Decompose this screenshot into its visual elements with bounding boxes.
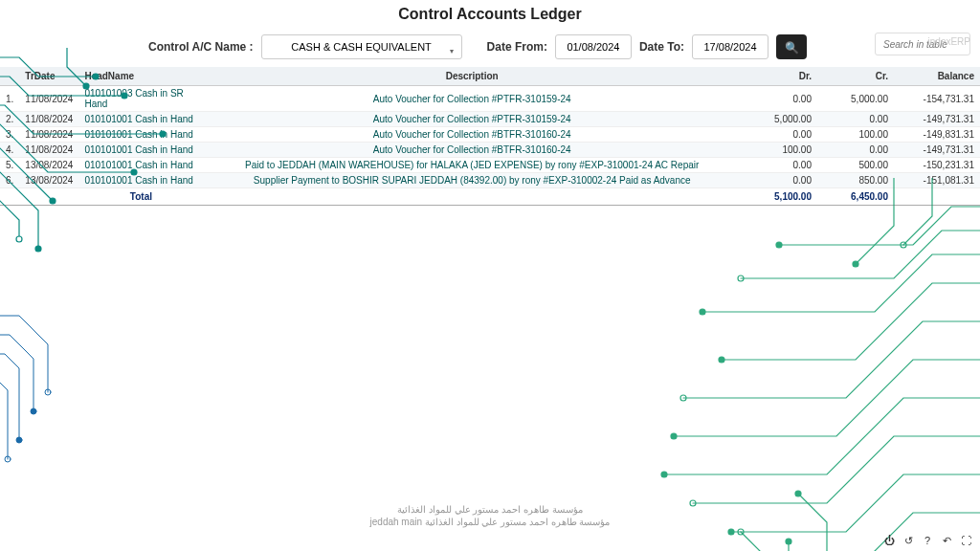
svg-point-26	[738, 529, 744, 535]
svg-point-17	[671, 433, 677, 439]
desc-link[interactable]: Auto Voucher for Collection #PTFR-310159…	[373, 114, 571, 124]
row-cr: 100.00	[817, 127, 894, 143]
svg-point-6	[16, 236, 22, 242]
row-description: Auto Voucher for Collection #PTFR-310159…	[203, 86, 741, 112]
date-to-input[interactable]	[692, 34, 768, 59]
table-row: 5.13/08/2024010101001 Cash in HandPaid t…	[0, 158, 980, 173]
row-balance: -149,731.31	[894, 143, 980, 158]
search-icon: 🔍	[785, 41, 799, 55]
desc-link[interactable]: Paid to JEDDAH (MAIN WAREHOUSE) for HALA…	[245, 160, 699, 170]
row-cr: 5,000.00	[817, 86, 894, 112]
row-headname: 010101001 Cash in Hand	[78, 112, 203, 127]
row-date: 11/08/2024	[19, 143, 78, 158]
col-cr[interactable]: Cr.	[817, 67, 894, 86]
row-headname: 010101001 Cash in Hand	[78, 158, 203, 173]
page-title: Control Accounts Ledger	[0, 0, 980, 33]
date-from-input[interactable]	[555, 34, 632, 59]
power-icon[interactable]: ⏻	[882, 534, 896, 547]
row-cr: 0.00	[817, 143, 894, 158]
table-row: 3.11/08/2024010101001 Cash in HandAuto V…	[0, 127, 980, 143]
fullscreen-icon[interactable]: ⛶	[959, 534, 972, 547]
row-date: 13/08/2024	[19, 173, 78, 188]
row-index: 3.	[0, 127, 19, 143]
svg-point-11	[5, 456, 11, 462]
control-ac-label: Control A/C Name :	[148, 40, 254, 54]
col-trdate[interactable]: TrDate	[19, 67, 78, 86]
svg-point-14	[700, 309, 705, 315]
row-index: 4.	[0, 143, 19, 158]
table-row: 1.11/08/2024010101003 Cash in SR HandAut…	[0, 86, 980, 112]
refresh-icon[interactable]: ↺	[902, 534, 915, 547]
svg-point-12	[776, 242, 782, 248]
row-balance: -149,731.31	[894, 112, 980, 127]
col-dr[interactable]: Dr.	[741, 67, 817, 86]
search-button[interactable]: 🔍	[776, 34, 807, 59]
head-link[interactable]: 010101003 Cash in SR Hand	[84, 88, 183, 109]
date-to-label: Date To:	[639, 40, 684, 54]
table-row: 6.13/08/2024010101001 Cash in HandSuppli…	[0, 173, 980, 188]
row-index: 5.	[0, 158, 19, 173]
svg-point-10	[16, 437, 22, 443]
col-headname[interactable]: HeadName	[78, 67, 203, 86]
svg-point-25	[786, 539, 791, 544]
col-balance[interactable]: Balance	[894, 67, 980, 86]
desc-link[interactable]: Auto Voucher for Collection #BTFR-310160…	[373, 144, 571, 155]
date-from-label: Date From:	[487, 40, 547, 54]
row-dr: 5,000.00	[741, 112, 817, 127]
footer-text: مؤسسة طاهره احمد مستور علي للمواد الغذائ…	[370, 503, 611, 528]
row-index: 6.	[0, 173, 19, 188]
head-link[interactable]: 010101001 Cash in Hand	[84, 160, 192, 170]
filter-bar: Control A/C Name : CASH & CASH EQUIVALEN…	[0, 33, 980, 67]
row-description: Auto Voucher for Collection #PTFR-310159…	[203, 112, 741, 127]
table-row: 4.11/08/2024010101001 Cash in HandAuto V…	[0, 143, 980, 158]
row-description: Supplier Payment to BOSHIR SUPARI JEDDAH…	[203, 173, 741, 188]
svg-point-15	[719, 357, 724, 363]
row-cr: 500.00	[817, 158, 894, 173]
svg-point-24	[795, 491, 801, 496]
back-icon[interactable]: ↶	[940, 534, 953, 547]
control-ac-select[interactable]: CASH & CASH EQUIVALENT	[261, 34, 462, 59]
total-cr: 6,450.00	[817, 188, 894, 206]
head-link[interactable]: 010101001 Cash in Hand	[84, 114, 192, 124]
svg-point-22	[853, 261, 858, 267]
desc-link[interactable]: Auto Voucher for Collection #BTFR-310160…	[373, 129, 571, 140]
col-description[interactable]: Description	[203, 67, 741, 86]
row-dr: 100.00	[741, 143, 817, 158]
row-dr: 0.00	[741, 173, 817, 188]
svg-point-18	[661, 472, 667, 477]
row-dr: 0.00	[741, 158, 817, 173]
total-dr: 5,100.00	[741, 188, 817, 206]
table-row: 2.11/08/2024010101001 Cash in HandAuto V…	[0, 112, 980, 127]
total-label: Total	[78, 188, 203, 206]
head-link[interactable]: 010101001 Cash in Hand	[84, 129, 192, 140]
row-balance: -151,081.31	[894, 173, 980, 188]
row-headname: 010101001 Cash in Hand	[78, 173, 203, 188]
row-balance: -149,831.31	[894, 127, 980, 143]
row-balance: -150,231.31	[894, 158, 980, 173]
svg-point-8	[45, 389, 51, 395]
row-date: 11/08/2024	[19, 112, 78, 127]
head-link[interactable]: 010101001 Cash in Hand	[84, 175, 192, 186]
row-headname: 010101001 Cash in Hand	[78, 143, 203, 158]
row-date: 11/08/2024	[19, 86, 78, 112]
svg-point-5	[35, 246, 41, 252]
row-index: 1.	[0, 86, 19, 112]
svg-point-20	[728, 529, 734, 535]
row-index: 2.	[0, 112, 19, 127]
row-balance: -154,731.31	[894, 86, 980, 112]
row-cr: 0.00	[817, 112, 894, 127]
desc-link[interactable]: Supplier Payment to BOSHIR SUPARI JEDDAH…	[254, 175, 691, 186]
svg-point-13	[738, 276, 744, 281]
row-date: 13/08/2024	[19, 158, 78, 173]
row-description: Auto Voucher for Collection #BTFR-310160…	[203, 127, 741, 143]
help-icon[interactable]: ?	[921, 534, 934, 547]
row-description: Auto Voucher for Collection #BTFR-310160…	[203, 143, 741, 158]
watermark: indexERP	[928, 36, 970, 47]
desc-link[interactable]: Auto Voucher for Collection #PTFR-310159…	[373, 94, 571, 104]
svg-point-23	[901, 242, 906, 248]
row-dr: 0.00	[741, 127, 817, 143]
row-headname: 010101001 Cash in Hand	[78, 127, 203, 143]
head-link[interactable]: 010101001 Cash in Hand	[84, 144, 192, 155]
row-date: 11/08/2024	[19, 127, 78, 143]
svg-point-9	[31, 408, 36, 414]
